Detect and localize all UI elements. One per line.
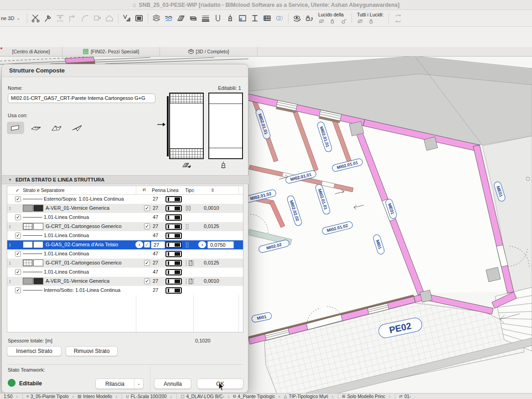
preview-core-panel[interactable] [169, 93, 204, 159]
line-type-preview[interactable] [165, 260, 182, 266]
profile-beam-icon[interactable] [249, 12, 261, 24]
window-title-bar[interactable]: ⌂ SNB_25_03-PESE-WIP [riadatto - BIMclou… [0, 0, 532, 10]
section-edit-layers[interactable]: ▼ EDITA STRATO E LINEA STRUTTURA [2, 175, 249, 184]
material-swatch[interactable] [33, 223, 43, 230]
drag-handle[interactable]: ↕ [9, 278, 11, 284]
pen-checkbox[interactable] [144, 205, 150, 211]
status-segment-1-50[interactable]: 1:50 [4, 394, 12, 399]
tab-centro-di-azione[interactable]: [Centro di Azione] [0, 47, 62, 56]
composite-structures-icon[interactable] [133, 12, 145, 24]
corner-window-icon[interactable] [237, 12, 249, 24]
layer-row[interactable]: ↕G-CRT_01-Cartongesso Generico270,0125 [7, 259, 243, 268]
separator-row[interactable]: 1.01-Linea Continua47 [7, 213, 243, 222]
tab-fin02-pezzi-speciali[interactable]: [FIN02- Pezzi Speciali] [62, 47, 160, 56]
row-checkbox[interactable] [15, 233, 21, 238]
status-segment-01-[interactable]: ⇄01- [399, 394, 411, 399]
status-segment-4-piante-tipologic[interactable]: ⧉4_Piante Tipologic [233, 394, 275, 399]
layers-stack-icon[interactable] [150, 12, 163, 24]
drag-handle[interactable]: ↕ [9, 205, 11, 211]
layer-type-icon[interactable] [186, 224, 190, 229]
line-type-preview[interactable] [165, 214, 182, 221]
material-swatch[interactable] [23, 223, 33, 230]
layer-row[interactable]: ↕G-GAS_02-Camera d'Aria Telaio›27›0,0750 [7, 240, 243, 249]
hatch-icon[interactable] [175, 12, 187, 24]
line-type-preview[interactable] [165, 287, 182, 294]
separator-row[interactable]: 1.01-Linea Continua47 [7, 268, 243, 277]
status-segment-solo-modello-princ[interactable]: ⊞Solo Modello Princ [342, 394, 385, 399]
stretch-box-icon[interactable] [91, 12, 103, 24]
eye-slash-icon[interactable] [318, 18, 325, 24]
pen-checkbox[interactable] [144, 223, 150, 229]
use-with-shell-icon[interactable] [68, 122, 86, 134]
separator-row[interactable]: 1.01-Linea Continua47 [7, 249, 243, 259]
line-type-preview[interactable] [165, 269, 182, 275]
eye-slash-icon[interactable] [357, 18, 363, 24]
use-with-wall-icon[interactable] [7, 122, 24, 134]
anchor-u-icon[interactable] [212, 12, 224, 24]
cut-fill-icon[interactable] [182, 161, 192, 169]
release-dropdown[interactable]: Rilascia ⌄ [95, 378, 144, 389]
row-checkbox[interactable] [15, 196, 21, 202]
corner-extend-icon[interactable] [67, 12, 79, 24]
pen-number-input[interactable]: 27 [151, 241, 165, 249]
curtain-grid-icon[interactable] [261, 12, 274, 24]
line-type-preview[interactable] [165, 278, 182, 285]
layer-type-icon[interactable] [186, 260, 195, 266]
drag-handle[interactable]: ↕ [9, 260, 11, 265]
redo-icon[interactable] [395, 13, 402, 18]
layer-type-icon[interactable] [186, 206, 191, 211]
check-hatch-icon[interactable] [121, 12, 133, 24]
material-swatch[interactable] [33, 259, 43, 266]
lock-toggle-icon[interactable] [303, 12, 315, 24]
material-swatch[interactable] [23, 241, 33, 248]
row-checkbox[interactable] [15, 269, 21, 275]
material-swatch[interactable] [23, 278, 33, 285]
name-input[interactable]: MI02.01-CRT_GAS7_CRT-Parete Interna Cart… [8, 93, 155, 103]
layer-type-icon[interactable] [186, 279, 195, 284]
scissors-icon[interactable] [30, 12, 42, 24]
material-chevron-button[interactable]: › [135, 241, 143, 248]
separator-row[interactable]: Interno/Sotto: 1.01-Linea Continua27 [7, 286, 243, 295]
material-swatch[interactable] [33, 241, 43, 248]
view-mode-dropdown[interactable]: ne 3D ⌄ [0, 10, 25, 26]
material-swatch[interactable] [33, 205, 43, 212]
use-with-slab-icon[interactable] [27, 122, 45, 134]
lock-icon[interactable] [329, 18, 336, 24]
material-swatch[interactable] [23, 259, 33, 266]
fillet-icon[interactable] [79, 12, 91, 24]
status-segment-intero-modello[interactable]: ▨Intero Modello [77, 394, 112, 399]
line-type-preview[interactable] [165, 242, 182, 248]
dialog-title-bar[interactable]: Strutture Composte [2, 64, 248, 77]
paint-brush-icon[interactable] [224, 12, 237, 24]
row-checkbox[interactable] [15, 214, 21, 220]
roof-tool-icon[interactable] [103, 12, 116, 24]
separator-row[interactable]: Esterno/Sopra: 1.01-Linea Continua27 [7, 195, 243, 204]
remove-layer-button[interactable]: Rimuovi Strato [66, 346, 118, 356]
type-chevron-button[interactable]: › [198, 241, 206, 248]
thickness-input[interactable]: 0,0750 [207, 241, 234, 249]
line-type-preview[interactable] [165, 251, 182, 257]
status-segment-tip-tipologico-muri[interactable]: △TIP-Tipologico Muri [284, 394, 328, 399]
material-swatch[interactable] [33, 278, 43, 285]
line-weight-icon[interactable] [200, 12, 212, 24]
use-with-roof-icon[interactable] [48, 122, 65, 134]
pen-checkbox[interactable] [144, 242, 150, 248]
material-swatch[interactable] [23, 205, 33, 212]
layer-row[interactable]: ↕A-VER_01-Vernice Generica270,0010 [7, 277, 243, 286]
status-segment-fl-scala-100-200[interactable]: ∪FL-Scala 100/200 [126, 394, 167, 399]
tab-3d-completo[interactable]: [3D / Completo] [160, 47, 258, 56]
visibility-swap-icon[interactable] [291, 12, 303, 24]
separator-row[interactable]: 1.01-Linea Continua47 [7, 231, 243, 240]
link-circles-icon[interactable] [274, 12, 286, 24]
lock-icon[interactable] [368, 18, 374, 24]
layer-row[interactable]: ↕G-CRT_01-Cartongesso Generico270,0125 [7, 222, 243, 231]
line-type-preview[interactable] [165, 233, 182, 239]
pen-checkbox[interactable] [144, 278, 150, 284]
row-checkbox[interactable] [15, 287, 21, 293]
layer-row[interactable]: ↕A-VER_01-Vernice Generica270,0010 [7, 204, 243, 213]
sea-level-icon[interactable] [163, 12, 175, 24]
status-segment-3-05-piante-tipolo[interactable]: ≡3_05-Piante Tipolo [26, 394, 69, 399]
axe-icon[interactable] [42, 12, 54, 24]
layer-type-icon[interactable] [186, 242, 190, 248]
surface-brush-icon[interactable] [218, 161, 228, 169]
